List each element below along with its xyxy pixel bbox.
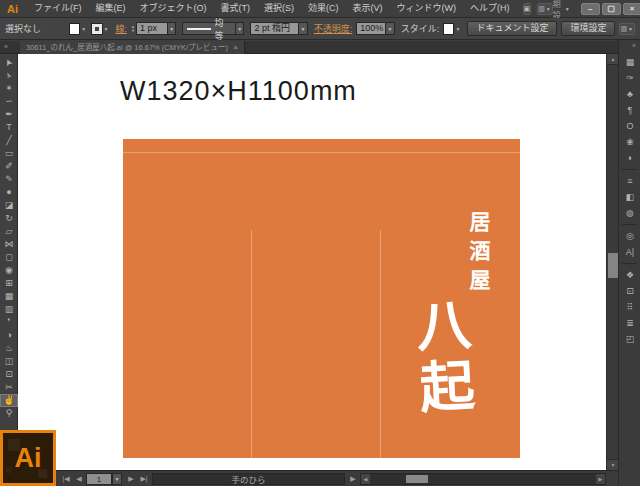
transparency-panel-icon[interactable]: ◍ xyxy=(619,205,640,221)
transform-panel-icon[interactable]: ⠿ xyxy=(619,299,640,315)
vertical-scrollbar[interactable]: ▲ ▼ xyxy=(606,54,618,470)
layers-panel-icon[interactable]: ❖ xyxy=(619,267,640,283)
horizontal-scrollbar-thumb[interactable] xyxy=(406,475,428,483)
blend-tool[interactable]: ◑ xyxy=(0,329,18,342)
eyedropper-tool[interactable]: ❜ xyxy=(0,316,18,329)
menu-effect[interactable]: 効果(C) xyxy=(301,0,346,17)
width-profile-label: 均等 xyxy=(214,16,231,42)
rotate-tool[interactable]: ↻ xyxy=(0,212,18,225)
fill-swatch[interactable] xyxy=(69,23,80,35)
lasso-tool[interactable]: ∽ xyxy=(0,95,18,108)
bridge-icon[interactable]: ▣ xyxy=(523,3,532,15)
mesh-tool[interactable]: ▦ xyxy=(0,290,18,303)
slice-tool[interactable]: ✂ xyxy=(0,381,18,394)
stroke-swatch[interactable] xyxy=(91,23,102,35)
swatches-panel-icon[interactable]: ▦ xyxy=(619,54,640,70)
appearance-panel-icon[interactable]: ◎ xyxy=(619,228,640,244)
chevron-down-icon[interactable]: ▼ xyxy=(454,26,461,32)
previous-artboard-button[interactable]: ◀ xyxy=(74,473,84,485)
line-segment-tool[interactable]: ╱ xyxy=(0,134,18,147)
separator xyxy=(622,263,637,264)
shape-builder-tool[interactable]: ◉ xyxy=(0,264,18,277)
scroll-right-icon[interactable]: ▶ xyxy=(596,474,605,484)
document-setup-button[interactable]: ドキュメント設定 xyxy=(467,21,557,36)
chevron-down-icon[interactable]: ▼ xyxy=(103,26,110,32)
stroke-weight-stepper[interactable]: ▲ ▼ xyxy=(131,25,135,33)
artboard-tool[interactable]: ⊡ xyxy=(0,368,18,381)
pen-tool[interactable]: ✒ xyxy=(0,108,18,121)
menu-edit[interactable]: 編集(E) xyxy=(89,0,133,17)
tools-panel-expand-icon[interactable]: » xyxy=(4,43,8,50)
opacity-link[interactable]: 不透明度: xyxy=(314,22,353,35)
last-artboard-button[interactable]: ▶| xyxy=(138,473,150,485)
width-tool[interactable]: ⋈ xyxy=(0,238,18,251)
align-panel-icon[interactable]: ≣ xyxy=(619,315,640,331)
stroke-panel-link[interactable]: 線: xyxy=(115,22,127,35)
menu-object[interactable]: オブジェクト(O) xyxy=(133,0,214,17)
perspective-grid-tool[interactable]: ⊞ xyxy=(0,277,18,290)
blob-brush-tool[interactable]: ● xyxy=(0,186,18,199)
column-graph-tool[interactable]: ◫ xyxy=(0,355,18,368)
close-button[interactable]: × xyxy=(623,3,640,15)
opacity-dropdown[interactable]: ▼ xyxy=(386,22,394,35)
color-panel-icon[interactable]: ❀ xyxy=(619,134,640,150)
minimize-button[interactable]: – xyxy=(581,3,600,15)
stroke-weight-dropdown[interactable]: ▼ xyxy=(168,22,176,35)
chevron-down-icon[interactable]: ▼ xyxy=(80,26,87,32)
gradient-tool[interactable]: ▥ xyxy=(0,303,18,316)
gradient-panel-icon[interactable]: ◧ xyxy=(619,189,640,205)
pattern-options-panel-icon[interactable]: ◗ xyxy=(619,150,640,166)
canvas-artboard[interactable]: W1320×H1100mm 居酒屋 八起 xyxy=(18,54,606,470)
opacity-field[interactable]: 100% xyxy=(356,22,386,35)
free-transform-tool[interactable]: ◻ xyxy=(0,251,18,264)
eraser-tool[interactable]: ◪ xyxy=(0,199,18,212)
artboard-number-field[interactable]: 1 xyxy=(86,473,112,485)
status-indicator[interactable]: 手のひら xyxy=(152,473,345,485)
style-swatch[interactable] xyxy=(443,23,454,35)
control-panel-menu-icon[interactable]: ▥▼ xyxy=(619,23,635,35)
symbol-sprayer-tool[interactable]: ♨ xyxy=(0,342,18,355)
preferences-button[interactable]: 環境設定 xyxy=(561,21,615,36)
noren-artwork[interactable]: 居酒屋 八起 xyxy=(123,139,520,458)
artboard-dropdown-icon[interactable]: ▼ xyxy=(112,473,122,485)
zoom-tool[interactable]: ⚲ xyxy=(0,407,18,420)
first-artboard-button[interactable]: |◀ xyxy=(60,473,72,485)
maximize-button[interactable]: ▢ xyxy=(602,3,621,15)
horizontal-scrollbar[interactable]: ◀ ▶ xyxy=(360,473,606,485)
stroke-panel-icon[interactable]: ≡ xyxy=(619,173,640,189)
paintbrush-tool[interactable]: ✐ xyxy=(0,160,18,173)
scale-tool[interactable]: ▱ xyxy=(0,225,18,238)
artboards-panel-icon[interactable]: ⊡ xyxy=(619,283,640,299)
brush-definition-dropdown[interactable]: ▼ xyxy=(299,22,307,35)
character-styles-panel-icon[interactable]: A| xyxy=(619,244,640,260)
chevron-down-icon: ▼ xyxy=(564,6,571,12)
dock-expand-icon[interactable]: « xyxy=(632,42,636,49)
menu-window[interactable]: ウィンドウ(W) xyxy=(390,0,464,17)
opentype-panel-icon[interactable]: O xyxy=(619,118,640,134)
close-icon[interactable]: × xyxy=(233,42,238,54)
scroll-left-icon[interactable]: ◀ xyxy=(361,474,370,484)
brushes-panel-icon[interactable]: ✑ xyxy=(619,70,640,86)
menu-type[interactable]: 書式(T) xyxy=(214,0,258,17)
menu-help[interactable]: ヘルプ(H) xyxy=(463,0,517,17)
menu-file[interactable]: ファイル(F) xyxy=(27,0,89,17)
type-tool[interactable]: T xyxy=(0,121,18,134)
pencil-tool[interactable]: ✎ xyxy=(0,173,18,186)
status-popup-icon[interactable]: ▶ xyxy=(348,473,358,485)
menu-select[interactable]: 選択(S) xyxy=(257,0,301,17)
arrange-documents-icon[interactable]: ▥▼ xyxy=(537,3,553,15)
document-tab[interactable]: 30611_のれん_居酒屋八起.ai @ 16.67% (CMYK/プレビュー)… xyxy=(20,41,245,54)
stroke-weight-field[interactable]: 1 px xyxy=(136,22,168,35)
symbols-panel-icon[interactable]: ♣ xyxy=(619,86,640,102)
menu-view[interactable]: 表示(V) xyxy=(346,0,390,17)
pathfinder-panel-icon[interactable]: ◰ xyxy=(619,331,640,347)
width-profile-arrow[interactable]: ▼ xyxy=(236,22,244,35)
vertical-scrollbar-thumb[interactable] xyxy=(608,253,618,278)
paragraph-styles-panel-icon[interactable]: ¶ xyxy=(619,102,640,118)
rectangle-tool[interactable]: ▭ xyxy=(0,147,18,160)
width-profile-dropdown[interactable]: 均等 xyxy=(182,22,236,35)
hand-tool[interactable]: ✌ xyxy=(0,394,18,407)
brush-definition-field[interactable]: 2 pt 楕円 xyxy=(250,22,299,35)
next-artboard-button[interactable]: ▶ xyxy=(126,473,136,485)
window-controls: – ▢ × xyxy=(581,3,640,15)
